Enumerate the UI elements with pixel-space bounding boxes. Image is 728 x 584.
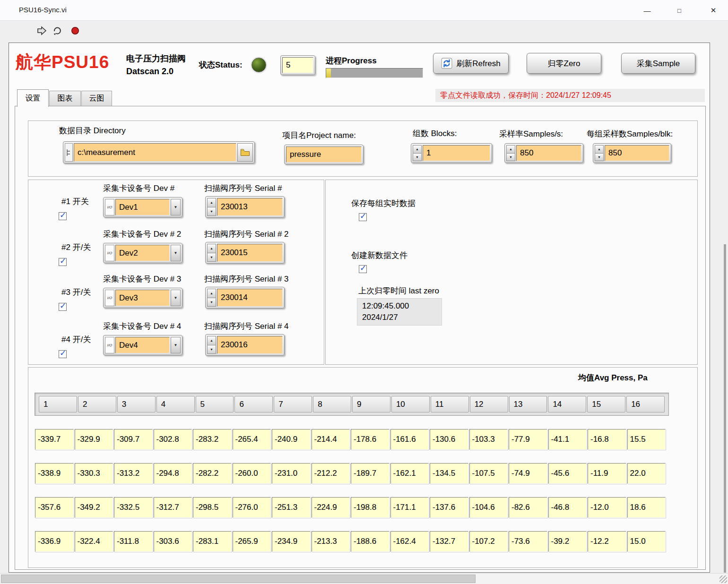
project-name-control[interactable]: pressure <box>284 145 364 164</box>
increment-button[interactable]: ▲ <box>506 145 515 154</box>
channel-header-cell: 3 <box>117 396 156 412</box>
channel-header-cell: 8 <box>313 396 351 412</box>
decrement-button[interactable]: ▼ <box>207 207 216 216</box>
create-new-file-label: 创建新数据文件 <box>351 250 407 261</box>
serial-1-label: 扫描阀序列号 Serial # <box>204 183 282 194</box>
chevron-down-icon: ▼ <box>174 206 178 209</box>
sample-button[interactable]: 采集Sample <box>621 53 695 74</box>
device-2-select-value[interactable]: Dev2 <box>115 245 170 261</box>
browse-button[interactable] <box>237 143 253 162</box>
device-2-enable-checkbox[interactable]: ✓ <box>59 258 67 266</box>
avg-press-row: -339.7-329.9-309.7-302.8-283.2-265.4-240… <box>35 429 666 450</box>
decrement-button[interactable]: ▼ <box>413 154 422 162</box>
dropdown-button[interactable]: ▼ <box>171 245 181 261</box>
blocks-input[interactable]: 1 <box>423 145 490 161</box>
up-arrow-icon: ▲ <box>416 147 419 151</box>
increment-button[interactable]: ▲ <box>207 198 216 207</box>
run-continuous-icon <box>52 26 62 36</box>
sample-rate-label: 采样率Samples/s: <box>499 129 563 139</box>
increment-button[interactable]: ▲ <box>595 145 604 154</box>
serial-2-spinner: ▲ ▼ <box>207 244 216 262</box>
project-name-input[interactable]: pressure <box>286 146 362 163</box>
device-4-select[interactable]: I/O Dev4 ▼ <box>103 335 182 355</box>
horizontal-scrollbar-thumb[interactable] <box>1 575 476 583</box>
decrement-button[interactable]: ▼ <box>595 154 604 162</box>
channel-header-cell: 7 <box>274 396 312 412</box>
increment-button[interactable]: ▲ <box>207 244 216 253</box>
device-3-select[interactable]: I/O Dev3 ▼ <box>103 288 182 308</box>
avg-press-cell: -107.5 <box>469 463 508 484</box>
directory-input[interactable]: c:\measurement <box>74 143 236 162</box>
serial-2-input[interactable]: 230015 <box>217 244 283 262</box>
device-3-select-value[interactable]: Dev3 <box>115 290 170 306</box>
device-4-number-label: 采集卡设备号 Dev # 4 <box>103 321 181 332</box>
up-arrow-icon: ▲ <box>210 292 213 295</box>
channel-header-cell: 11 <box>431 396 469 412</box>
zero-file-status-message: 零点文件读取成功，保存时间：2024/1/27 12:09:45 <box>435 89 705 102</box>
avg-press-cell: -161.6 <box>390 429 429 450</box>
increment-button[interactable]: ▲ <box>207 289 216 298</box>
samples-per-block-control[interactable]: ▲ ▼ 850 <box>593 143 671 163</box>
decrement-button[interactable]: ▼ <box>506 154 515 162</box>
directory-path-control[interactable]: c:\measurement <box>63 141 255 163</box>
device-3-enable-checkbox[interactable]: ✓ <box>59 303 67 311</box>
serial-1-input[interactable]: 230013 <box>217 198 283 216</box>
blocks-control[interactable]: ▲ ▼ 1 <box>411 143 492 163</box>
tab-contour[interactable]: 云图 <box>81 91 112 106</box>
increment-button[interactable]: ▲ <box>413 145 422 154</box>
run-continuous-button[interactable] <box>51 25 63 37</box>
samples-per-block-input[interactable]: 850 <box>605 145 669 161</box>
abort-button[interactable] <box>69 25 81 37</box>
save-realtime-checkbox[interactable]: ✓ <box>359 213 367 221</box>
tab-settings[interactable]: 设置 <box>17 89 49 107</box>
resize-grip[interactable] <box>719 575 727 583</box>
serial-1-control[interactable]: ▲ ▼ 230013 <box>205 196 285 218</box>
product-name: 电子压力扫描阀 Datscan 2.0 <box>126 52 186 78</box>
refresh-button[interactable]: 刷新Refresh <box>433 53 509 74</box>
decrement-button[interactable]: ▼ <box>207 253 216 262</box>
serial-2-label: 扫描阀序列号 Serial # 2 <box>204 229 289 240</box>
avg-press-row: -336.9-322.4-311.8-303.6-283.1-265.9-234… <box>35 531 666 552</box>
status-led <box>251 58 266 72</box>
down-arrow-icon: ▼ <box>598 155 601 159</box>
increment-button[interactable]: ▲ <box>207 336 216 345</box>
serial-3-input[interactable]: 230014 <box>217 289 283 307</box>
dropdown-button[interactable]: ▼ <box>171 290 181 306</box>
serial-3-control[interactable]: ▲ ▼ 230014 <box>205 287 285 309</box>
run-button[interactable] <box>36 25 48 37</box>
maximize-icon: □ <box>677 7 681 14</box>
up-arrow-icon: ▲ <box>509 147 512 151</box>
serial-2-control[interactable]: ▲ ▼ 230015 <box>205 242 285 264</box>
serial-4-control[interactable]: ▲ ▼ 230016 <box>205 334 285 356</box>
serial-4-input[interactable]: 230016 <box>217 336 283 354</box>
device-4-enable-checkbox[interactable]: ✓ <box>59 350 67 358</box>
horizontal-scrollbar[interactable] <box>0 573 728 584</box>
minimize-button[interactable]: — <box>639 4 655 17</box>
tab-settings-label: 设置 <box>26 94 41 103</box>
run-arrow-icon <box>37 26 47 35</box>
avg-press-title: 均值Avg Press, Pa <box>578 372 648 383</box>
avg-press-cell: -41.1 <box>548 429 587 450</box>
sample-rate-input[interactable]: 850 <box>516 145 581 161</box>
sample-button-label: 采集Sample <box>637 58 680 69</box>
device-1-select[interactable]: I/O Dev1 ▼ <box>103 197 182 217</box>
product-line1: 电子压力扫描阀 <box>126 52 186 65</box>
device-4-select-value[interactable]: Dev4 <box>115 337 170 353</box>
decrement-button[interactable]: ▼ <box>207 298 216 307</box>
create-new-file-checkbox[interactable]: ✓ <box>359 265 367 273</box>
channel-header-cell: 16 <box>626 396 665 412</box>
decrement-button[interactable]: ▼ <box>207 345 216 354</box>
dropdown-button[interactable]: ▼ <box>171 199 181 215</box>
sample-rate-control[interactable]: ▲ ▼ 850 <box>504 143 583 163</box>
zero-button[interactable]: 归零Zero <box>527 53 601 74</box>
tab-charts[interactable]: 图表 <box>49 91 81 106</box>
device-2-select[interactable]: I/O Dev2 ▼ <box>103 243 182 263</box>
maximize-button[interactable]: □ <box>671 4 687 17</box>
dropdown-button[interactable]: ▼ <box>171 337 181 353</box>
avg-press-cell: 15.5 <box>627 429 666 450</box>
device-1-enable-checkbox[interactable]: ✓ <box>59 212 67 220</box>
device-1-select-value[interactable]: Dev1 <box>115 199 170 215</box>
last-zero-date: 2024/1/27 <box>362 312 437 323</box>
vertical-scrollbar-thumb[interactable] <box>724 244 726 573</box>
close-button[interactable]: ✕ <box>705 4 721 17</box>
